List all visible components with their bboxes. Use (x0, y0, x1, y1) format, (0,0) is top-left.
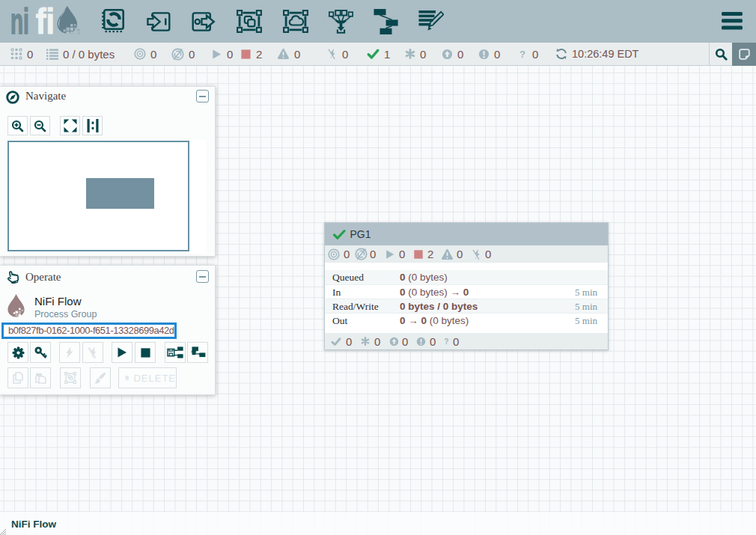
svg-text:fi: fi (36, 3, 55, 40)
svg-text:ni: ni (10, 3, 29, 40)
